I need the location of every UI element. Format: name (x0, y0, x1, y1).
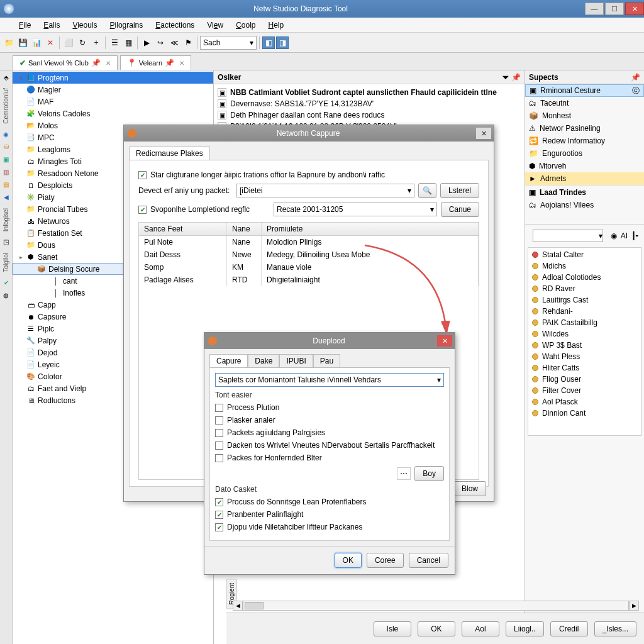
dlg-tab[interactable]: IPUBI (279, 354, 313, 367)
tree-item[interactable]: 📄MAF (13, 96, 213, 108)
folder-icon[interactable]: 📁 (3, 36, 15, 49)
col-header[interactable]: Sance Feet (139, 223, 227, 235)
search-button[interactable]: 🔍 (418, 183, 436, 198)
search-combo[interactable]: Sach▾ (200, 36, 257, 50)
list-item[interactable]: Waht Pless (528, 351, 641, 362)
window-icon[interactable]: ⬜ (62, 36, 75, 49)
list-item[interactable]: Filter Cover (528, 385, 641, 396)
suspect-item[interactable]: 📦Monhest (525, 109, 644, 122)
blow-button[interactable]: Blow (453, 481, 486, 496)
dialog-close-button[interactable]: ✕ (437, 335, 452, 347)
opts-icon[interactable]: ⋯ (397, 467, 411, 480)
add-icon[interactable]: ＋ (90, 36, 103, 49)
checkbox[interactable] (215, 454, 223, 462)
checkbox[interactable] (215, 429, 223, 437)
section-header[interactable]: ▣Rminonal Cestureⓒ (525, 84, 644, 97)
side-label[interactable]: Cemrotionluf (3, 86, 9, 126)
ai-label[interactable]: AI (621, 231, 628, 240)
list-item[interactable]: Wilcdes (528, 328, 641, 340)
col-header[interactable]: Promiulete (262, 223, 479, 235)
close-icon[interactable]: ✕ (179, 60, 184, 67)
suspect-item[interactable]: 🔁Redew Informatioy (525, 135, 644, 147)
list-item[interactable]: Hliter Catts (528, 362, 641, 374)
menu-file[interactable]: File (13, 19, 37, 31)
tree-item[interactable]: 🔵Magler (13, 84, 213, 96)
dlg-tab[interactable]: Dake (248, 354, 279, 367)
tab-redicrnause[interactable]: Redicrnause Plakes (129, 147, 210, 160)
checkbox[interactable]: ✔ (215, 511, 223, 519)
log-line[interactable]: ▣Devernavse: SABS1&.'7P'YE 14,3123BAV' (218, 98, 521, 109)
trindes-item[interactable]: 🗂Aojoians! Vilees (525, 199, 644, 211)
list-icon[interactable]: ☰ (108, 36, 121, 49)
book-icon[interactable]: ▥ (2, 168, 11, 177)
menu-eactections[interactable]: Eactections (149, 19, 201, 31)
globe-icon[interactable]: ◍ (2, 291, 11, 300)
orange-icon[interactable]: ▤ (2, 180, 11, 189)
left-icon[interactable]: ◀ (2, 193, 11, 202)
bottom-button[interactable]: OK (418, 621, 455, 636)
minimize-button[interactable]: — (585, 3, 604, 15)
dlg-tab[interactable]: Pau (313, 354, 340, 367)
dlg-tab[interactable]: Capure (209, 354, 248, 367)
suspect-item[interactable]: 📁Engurootios (525, 147, 644, 160)
maximize-button[interactable]: ☐ (605, 3, 624, 15)
col-header[interactable]: Nane (227, 223, 262, 235)
menu-vieouls[interactable]: Vieouls (66, 19, 103, 31)
list-item[interactable]: RD Raver (528, 283, 641, 294)
table-row[interactable]: SompKMManaue viole (139, 261, 479, 274)
panel1-icon[interactable]: ◧ (262, 36, 275, 49)
checkbox[interactable]: ✔ (215, 523, 223, 531)
list-item[interactable]: Lauitirgs Cast (528, 294, 641, 306)
bottom-button[interactable]: _Isles... (594, 621, 636, 636)
doc-tab[interactable]: 📍 Velearn 📌✕ (120, 55, 191, 70)
dialog-titlebar[interactable]: Networhn Cappure ✕ (124, 125, 494, 142)
menu-help[interactable]: Help (262, 19, 290, 31)
core-button[interactable]: Coree (367, 553, 404, 568)
play-icon[interactable]: ▶ (140, 36, 153, 49)
checkbox[interactable] (215, 441, 223, 450)
side-label[interactable]: Infogisel (3, 206, 9, 234)
tree-item[interactable]: 🧩Veloris Cadoles (13, 108, 213, 119)
table-row[interactable]: Dait DesssNeweMedegy, Dilinoiling Usea M… (139, 248, 479, 261)
horizontal-scrollbar[interactable]: ◀▶ (233, 600, 639, 611)
step-icon[interactable]: ↪ (154, 36, 167, 49)
menu-view[interactable]: View (201, 19, 230, 31)
filter-combo[interactable]: ▾ (533, 230, 603, 242)
packet-input[interactable]: [iDietei▾ (236, 184, 414, 197)
grid-icon[interactable]: ▦ (122, 36, 135, 49)
list-item[interactable]: Mdichs (528, 260, 641, 272)
list-item[interactable]: Rehdani- (528, 306, 641, 317)
recate-input[interactable]: Recate 2001-31205▾ (274, 203, 437, 216)
doc-tab[interactable]: ✔ Sanl Viewol % Club 📌✕ (13, 55, 118, 70)
checkbox-star[interactable]: ✔ (138, 171, 147, 179)
checkbox[interactable]: ✔ (215, 498, 223, 506)
close-button[interactable]: ✕ (625, 3, 644, 15)
side-label[interactable]: Tolgllol (3, 250, 9, 275)
listel-button[interactable]: Lsterel (440, 183, 479, 198)
bottom-button[interactable]: Aol (462, 621, 499, 636)
list-item[interactable]: Adloal Colotiodes (528, 272, 641, 283)
list-item[interactable]: Aol Pfasck (528, 396, 641, 408)
list-item[interactable]: WP 3$ Bast (528, 340, 641, 351)
boy-button[interactable]: Boy (414, 466, 444, 481)
db-icon[interactable]: ⛁ (2, 143, 11, 152)
table-row[interactable]: Pul NoteNaneMolodion Plinigs (139, 236, 479, 248)
flag-icon[interactable]: ⚑ (182, 36, 194, 49)
suspect-item[interactable]: 🗂Taceutnt (525, 97, 644, 109)
bottom-button[interactable]: Isle (374, 621, 411, 636)
layout-icon[interactable]: ┃╸ (631, 231, 640, 240)
close-icon[interactable]: ✕ (106, 60, 111, 67)
delete-icon[interactable]: ✕ (44, 36, 57, 49)
dialog-titlebar[interactable]: Dueplood ✕ (204, 333, 455, 349)
menu-pilograins[interactable]: Pilograins (104, 19, 150, 31)
dialog-close-button[interactable]: ✕ (476, 128, 491, 139)
cancel-button[interactable]: Cancel (409, 553, 448, 568)
tool-icon[interactable]: ◳ (2, 238, 11, 247)
menu-coolp[interactable]: Coolp (230, 19, 262, 31)
stop-icon[interactable]: ≪ (168, 36, 180, 49)
bottom-button[interactable]: Liiogl.. (506, 621, 544, 636)
checkbox[interactable] (215, 404, 223, 412)
ai-icon[interactable]: ◉ (611, 231, 617, 240)
save-icon[interactable]: 💾 (16, 36, 29, 49)
canue-button[interactable]: Canue (441, 202, 479, 217)
